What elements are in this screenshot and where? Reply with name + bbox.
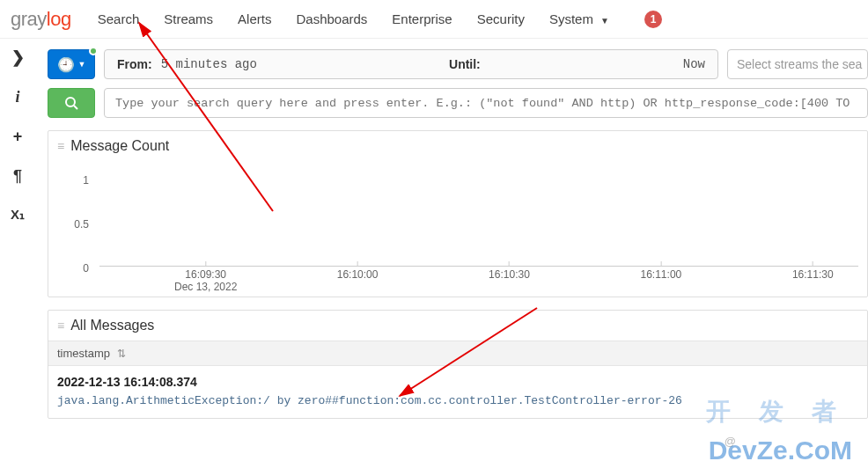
plus-icon[interactable]: + [13,128,23,146]
nav-items: Search Streams Alerts Dashboards Enterpr… [98,11,662,28]
from-value: 5 minutes ago [161,57,257,71]
chart-y-axis: 1 0.5 0 [57,165,96,267]
brand-logo: graylog [11,8,71,31]
timerange-display[interactable]: From: 5 minutes ago Until: Now [104,49,718,79]
col-timestamp[interactable]: timestamp [57,347,110,360]
nav-dashboards[interactable]: Dashboards [296,11,367,26]
watermark-cn: 开 发 者 [706,395,847,428]
info-icon[interactable]: i [15,88,19,106]
streams-placeholder: Select streams the sea [737,57,862,71]
chevron-down-icon: ▼ [600,16,609,26]
x-tick: 16:11:30 [792,268,834,281]
pilcrow-icon[interactable]: ¶ [13,167,22,186]
message-count-chart: 1 0.5 0 16:09:30 Dec 13, 2022 16:10:00 [57,165,858,288]
search-input[interactable] [104,88,868,118]
streams-select[interactable]: Select streams the sea [727,49,868,79]
timerange-button[interactable]: 🕘 ▼ [48,49,95,79]
message-count-panel: ≡ Message Count 1 0.5 0 16:09:30 Dec 13,… [48,130,868,297]
svg-line-1 [74,106,77,109]
notification-badge[interactable]: 1 [644,11,662,28]
x-tick: 16:11:00 [641,268,682,281]
search-button[interactable] [48,88,95,118]
y-tick: 0.5 [74,218,89,231]
nav-streams[interactable]: Streams [164,11,213,26]
chart-plot-area [99,165,858,267]
all-messages-title: All Messages [70,318,154,333]
svg-point-0 [66,98,75,106]
chart-x-axis: 16:09:30 Dec 13, 2022 16:10:00 16:10:30 … [99,261,858,288]
x-tick-date: Dec 13, 2022 [174,281,237,293]
nav-system[interactable]: System ▼ [549,11,609,26]
from-label: From: [117,57,152,71]
until-value: Now [683,57,705,71]
x-tick: 16:10:00 [337,268,379,281]
y-tick: 1 [83,174,89,187]
nav-search[interactable]: Search [98,11,140,26]
left-sidebar: ❯ i + ¶ X₁ [0,39,35,476]
top-nav: graylog Search Streams Alerts Dashboards… [0,0,868,39]
drag-handle-icon[interactable]: ≡ [57,139,63,153]
nav-enterprise[interactable]: Enterprise [392,11,452,26]
x1-icon[interactable]: X₁ [11,207,25,223]
x-tick: 16:10:30 [489,268,530,281]
chevron-down-icon: ▼ [78,60,86,69]
nav-alerts[interactable]: Alerts [238,11,271,26]
nav-security[interactable]: Security [477,11,525,26]
clock-icon: 🕘 [57,56,75,73]
watermark-en: DevZe.CoM [709,436,852,465]
message-count-header: ≡ Message Count [48,131,867,161]
controls-row: 🕘 ▼ From: 5 minutes ago Until: Now Selec… [48,49,868,79]
nav-system-label: System [549,11,593,26]
messages-table-header: timestamp ⇅ [48,341,867,366]
x-tick: 16:09:30 [185,268,226,281]
search-row [48,88,868,118]
search-icon [64,96,78,110]
all-messages-header: ≡ All Messages [48,311,867,341]
live-indicator-icon [89,47,98,55]
message-count-title: Message Count [70,138,169,154]
message-timestamp: 2022-12-13 16:14:08.374 [57,375,858,389]
expand-icon[interactable]: ❯ [11,48,25,67]
sort-desc-icon[interactable]: ⇅ [117,348,126,360]
y-tick: 0 [83,262,89,275]
drag-handle-icon[interactable]: ≡ [57,319,63,333]
until-label: Until: [449,57,481,71]
